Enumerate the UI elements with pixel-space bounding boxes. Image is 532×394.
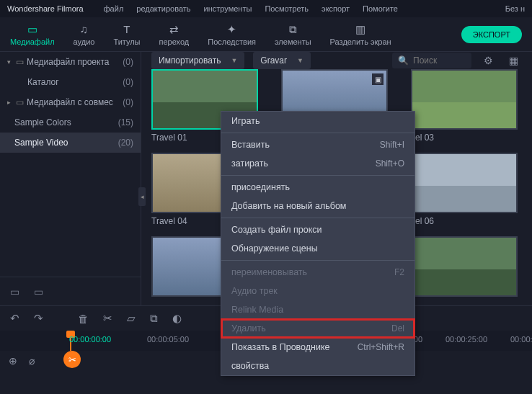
tool-elements[interactable]: ⧉элементы bbox=[275, 23, 311, 46]
tool-split-screen[interactable]: ▥Разделить экран bbox=[330, 23, 391, 46]
sidebar: ▾▭Медиафайл проекта(0)Каталог(0)▸▭Медиаф… bbox=[0, 52, 141, 305]
import-dropdown[interactable]: Импортировать▼ bbox=[151, 52, 244, 69]
tool-transition[interactable]: ⇄переход bbox=[159, 23, 190, 46]
tool-media-label: Медиафайл bbox=[10, 37, 55, 46]
scissor-badge-icon[interactable]: ✂ bbox=[63, 351, 81, 368]
tool-transition-label: переход bbox=[159, 37, 190, 46]
sidebar-item-label: Медиафайл проекта bbox=[27, 57, 123, 67]
timeline-link-icon[interactable]: ⌀ bbox=[29, 355, 35, 367]
cut-icon[interactable]: ✂ bbox=[103, 312, 112, 325]
sidebar-item[interactable]: ▾▭Медиафайл проекта(0) bbox=[0, 52, 141, 72]
context-menu-item: переименовыватьF2 bbox=[221, 263, 414, 282]
titlebar: Wondershare Filmora файл редактировать и… bbox=[0, 0, 532, 17]
toolbar: ▭Медиафайл ♫аудио TТитулы ⇄переход ✦Посл… bbox=[0, 17, 532, 52]
grid-view-icon[interactable]: ▦ bbox=[505, 53, 522, 68]
filter-icon[interactable]: ⚙ bbox=[480, 53, 497, 68]
sidebar-item[interactable]: ▸▭Медиафайл с совмес(0) bbox=[0, 92, 141, 112]
elements-icon: ⧉ bbox=[286, 23, 299, 36]
media-clip[interactable] bbox=[411, 236, 518, 315]
search-icon: 🔍 bbox=[398, 55, 409, 66]
brand: Wondershare Filmora bbox=[7, 4, 84, 13]
context-menu-item[interactable]: присоединять bbox=[221, 178, 414, 197]
context-menu-label: присоединять bbox=[231, 182, 290, 192]
record-dropdown[interactable]: Gravar▼ bbox=[253, 52, 311, 69]
timeline-tick: 00:00:30:0 bbox=[510, 335, 532, 344]
folder-icon: ▭ bbox=[26, 23, 39, 36]
tool-titles-label: Титулы bbox=[113, 37, 140, 46]
chevron-down-icon: ▼ bbox=[297, 57, 303, 64]
tool-effects[interactable]: ✦Последствия bbox=[208, 23, 256, 46]
sidebar-item-count: (0) bbox=[123, 77, 133, 87]
tool-effects-label: Последствия bbox=[208, 37, 256, 46]
import-label: Импортировать bbox=[159, 55, 221, 66]
sidebar-item-count: (0) bbox=[123, 97, 133, 107]
media-clip[interactable]: vel 06 bbox=[411, 153, 518, 232]
menu-file[interactable]: файл bbox=[104, 4, 124, 13]
context-menu-separator bbox=[221, 260, 414, 261]
clip-thumbnail bbox=[411, 153, 518, 213]
context-menu-item[interactable]: Показать в ПроводникеCtrl+Shift+R bbox=[221, 338, 414, 357]
context-menu-item[interactable]: ВставитьShift+I bbox=[221, 135, 414, 154]
context-menu-item[interactable]: Создать файл прокси bbox=[221, 220, 414, 239]
new-folder-icon[interactable]: ▭ bbox=[10, 286, 19, 297]
context-menu-item: Аудио трек bbox=[221, 282, 414, 300]
context-menu-item[interactable]: свойства bbox=[221, 357, 414, 375]
search-box[interactable]: 🔍 bbox=[392, 53, 471, 68]
split-screen-icon: ▥ bbox=[354, 23, 367, 36]
sidebar-bottom: ▭ ▭ bbox=[0, 277, 141, 305]
context-menu-label: переименовывать bbox=[231, 267, 307, 277]
context-menu-item[interactable]: затиратьShift+O bbox=[221, 154, 414, 173]
context-menu-label: Relink Media bbox=[231, 305, 283, 315]
folder-icon: ▭ bbox=[16, 97, 24, 107]
timeline-tick: 00:00:00:00 bbox=[69, 335, 111, 344]
clip-thumbnail bbox=[411, 69, 518, 130]
tool-split-label: Разделить экран bbox=[330, 37, 391, 46]
context-menu-item[interactable]: Играть bbox=[221, 112, 414, 130]
crop-icon[interactable]: ▱ bbox=[127, 312, 136, 325]
context-menu-shortcut: Shift+I bbox=[380, 140, 404, 150]
tool-titles[interactable]: TТитулы bbox=[113, 23, 140, 46]
clip-name: vel 03 bbox=[411, 133, 518, 143]
clip-thumbnail bbox=[411, 236, 518, 297]
redo-icon[interactable]: ↷ bbox=[34, 312, 43, 325]
context-menu-label: Удалить bbox=[231, 323, 266, 333]
timeline-add-icon[interactable]: ⊕ bbox=[9, 355, 17, 367]
menu-edit[interactable]: редактировать bbox=[136, 4, 190, 13]
context-menu-label: Играть bbox=[231, 116, 260, 126]
context-menu-label: Вставить bbox=[231, 140, 270, 150]
sidebar-item-count: (15) bbox=[118, 117, 133, 127]
chevron-icon: ▸ bbox=[7, 99, 14, 106]
sidebar-item[interactable]: Sample Video(20) bbox=[0, 133, 141, 153]
timeline-tick: 00:00:05:00 bbox=[147, 335, 189, 344]
context-menu-label: свойства bbox=[231, 361, 269, 371]
context-menu-item[interactable]: Обнаружение сцены bbox=[221, 239, 414, 258]
sidebar-item-label: Каталог bbox=[27, 77, 123, 87]
export-button[interactable]: ЭКСПОРТ bbox=[461, 26, 522, 43]
music-icon: ♫ bbox=[77, 23, 90, 36]
timeline-tick: 00:00:25:00 bbox=[445, 335, 487, 344]
clip-badge-icon: ▣ bbox=[372, 73, 384, 85]
media-clip[interactable]: vel 03 bbox=[411, 69, 518, 148]
delete-icon[interactable]: 🗑 bbox=[78, 313, 89, 325]
menu-tools[interactable]: инструменты bbox=[204, 4, 252, 13]
sidebar-item[interactable]: Sample Colors(15) bbox=[0, 112, 141, 133]
search-input[interactable] bbox=[413, 55, 464, 66]
undo-icon[interactable]: ↶ bbox=[10, 312, 19, 325]
menu-export[interactable]: экспорт bbox=[322, 4, 350, 13]
chevron-icon: ▾ bbox=[7, 58, 14, 66]
tool-audio[interactable]: ♫аудио bbox=[74, 23, 95, 46]
context-menu-label: Обнаружение сцены bbox=[231, 243, 318, 254]
sidebar-item-count: (20) bbox=[118, 138, 133, 148]
context-menu-shortcut: Ctrl+Shift+R bbox=[358, 342, 404, 352]
sidebar-item-label: Медиафайл с совмес bbox=[27, 97, 123, 107]
context-menu-item[interactable]: Добавить на новый альбом bbox=[221, 197, 414, 215]
text-icon: T bbox=[120, 23, 133, 36]
menu-help[interactable]: Помогите bbox=[363, 4, 398, 13]
open-folder-icon[interactable]: ▭ bbox=[34, 286, 43, 297]
menu-view[interactable]: Посмотреть bbox=[265, 4, 309, 13]
context-menu-item: УдалитьDel bbox=[221, 319, 414, 338]
tool-media[interactable]: ▭Медиафайл bbox=[10, 23, 55, 46]
context-menu-separator bbox=[221, 218, 414, 218]
sidebar-item-count: (0) bbox=[123, 57, 133, 67]
sidebar-item[interactable]: Каталог(0) bbox=[0, 72, 141, 92]
